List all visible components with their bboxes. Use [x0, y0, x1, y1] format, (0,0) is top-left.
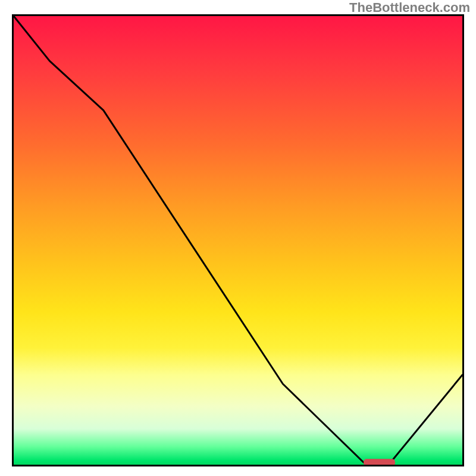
chart-frame [12, 14, 464, 466]
chart-svg [14, 16, 462, 465]
minimum-marker [364, 459, 395, 465]
bottleneck-curve [14, 16, 462, 462]
watermark-text: TheBottleneck.com [349, 0, 470, 15]
chart-container: TheBottleneck.com [0, 0, 476, 476]
